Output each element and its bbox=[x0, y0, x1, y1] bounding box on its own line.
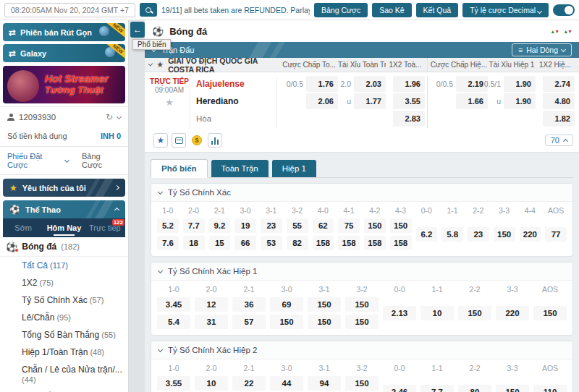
score-odds-away[interactable]: 150 bbox=[270, 315, 303, 329]
score-odds-away[interactable]: 7.6 bbox=[157, 236, 179, 250]
odds-price[interactable]: 2.83 bbox=[393, 111, 425, 127]
score-odds-away[interactable]: 82 bbox=[287, 236, 308, 250]
theme-toggle[interactable] bbox=[553, 4, 575, 16]
score-odds-away[interactable]: 158 bbox=[390, 236, 412, 250]
score-odds-draw[interactable]: 220 bbox=[496, 306, 529, 320]
stats-button[interactable] bbox=[208, 133, 222, 148]
score-odds-away[interactable]: 31 bbox=[195, 315, 228, 329]
score-odds-draw[interactable]: 150 bbox=[533, 306, 567, 320]
sidebar-market-item[interactable]: Tổng Số Bàn Thắng (55) bbox=[0, 326, 128, 344]
refresh-icon[interactable]: ↻ bbox=[106, 112, 113, 122]
away-team[interactable]: Herediano bbox=[196, 93, 276, 109]
tab-phổ-biến[interactable]: Phổ biến bbox=[151, 159, 208, 178]
score-odds-home[interactable]: 150 bbox=[390, 218, 412, 233]
score-odds-home[interactable]: 150 bbox=[345, 297, 379, 312]
promo-banner[interactable]: Hot Streamer Tường Thuật bbox=[3, 66, 125, 103]
odds-price[interactable]: 1.96 bbox=[393, 76, 425, 92]
score-odds-draw[interactable]: 7.7 bbox=[420, 385, 454, 392]
odds-price[interactable]: 3.55 bbox=[393, 93, 425, 109]
topbar-button-sao-kê[interactable]: Sao Kê bbox=[372, 3, 411, 17]
score-odds-away[interactable]: 53 bbox=[261, 236, 282, 250]
score-odds-away[interactable]: 5.4 bbox=[157, 315, 190, 329]
chevron-down-icon[interactable] bbox=[148, 61, 153, 67]
sidebar-market-item[interactable]: Tất Cả (117) bbox=[0, 257, 128, 274]
score-odds-draw[interactable]: 10 bbox=[420, 306, 454, 320]
search-button[interactable] bbox=[140, 3, 157, 17]
favorites-bar[interactable]: ★ Yêu thích của tôi bbox=[3, 179, 125, 197]
score-section-header[interactable]: Tỷ Số Chính Xác Hiệp 1 bbox=[151, 263, 572, 281]
odds-price[interactable]: 1.90 bbox=[504, 93, 536, 109]
odds-format-select[interactable]: Tỷ lệ cược Decimal bbox=[462, 3, 549, 17]
score-odds-home[interactable]: 7.7 bbox=[183, 218, 205, 233]
score-odds-away[interactable]: 66 bbox=[234, 236, 256, 250]
score-odds-home[interactable]: 150 bbox=[345, 376, 379, 391]
odds-price[interactable]: 2.19 bbox=[456, 76, 488, 92]
sidebar-market-item[interactable]: Lẻ/Chẵn (95) bbox=[0, 309, 128, 326]
more-markets-button[interactable]: 70 bbox=[545, 135, 573, 146]
back-button[interactable]: ← bbox=[130, 22, 145, 38]
odds-price[interactable]: 1.76 bbox=[306, 76, 338, 92]
view-mode-select[interactable]: ≡ Hai Dòng bbox=[512, 43, 572, 56]
topbar-button-bảng-cược[interactable]: Bảng Cược bbox=[314, 3, 368, 17]
score-section-header[interactable]: Tỷ Số Chính Xác Hiệp 2 bbox=[151, 341, 572, 359]
sidebar-market-item[interactable]: Bàn thắng Đầu/ Cuối (44) bbox=[0, 388, 128, 392]
subtab-hôm-nay[interactable]: Hôm Nay bbox=[43, 218, 84, 237]
score-odds-away[interactable]: 158 bbox=[364, 236, 386, 250]
score-odds-away[interactable]: 15 bbox=[209, 236, 231, 250]
compact-version-button[interactable]: ⇄ Phiên bản Rút Gọn NEW bbox=[3, 23, 125, 41]
score-odds-draw[interactable]: 23 bbox=[468, 227, 489, 242]
tab-toàn-trận[interactable]: Toàn Trận bbox=[211, 160, 269, 177]
score-odds-draw[interactable]: 2.46 bbox=[383, 385, 416, 392]
tab-bet-slip[interactable]: Phiếu Đặt Cược bbox=[7, 152, 69, 169]
score-odds-home[interactable]: 5.2 bbox=[157, 218, 179, 233]
score-odds-away[interactable]: 150 bbox=[345, 315, 379, 329]
score-odds-home[interactable]: 150 bbox=[308, 297, 341, 312]
home-team[interactable]: Alajuelense bbox=[196, 76, 276, 92]
score-odds-draw[interactable]: 220 bbox=[520, 227, 541, 242]
score-odds-home[interactable]: 10 bbox=[195, 376, 228, 391]
odds-price[interactable]: 1.66 bbox=[456, 93, 488, 109]
score-odds-away[interactable]: 18 bbox=[183, 236, 205, 250]
score-odds-home[interactable]: 75 bbox=[338, 218, 360, 233]
score-odds-home[interactable]: 9.2 bbox=[209, 218, 231, 233]
chevron-down-icon[interactable] bbox=[117, 114, 122, 119]
score-odds-home[interactable]: 3.55 bbox=[157, 376, 190, 391]
score-odds-draw[interactable]: 80 bbox=[458, 385, 491, 392]
favorite-star-icon[interactable]: ★ bbox=[149, 97, 190, 108]
odds-sort-icon[interactable]: ▲▼ bbox=[563, 29, 572, 34]
score-odds-away[interactable]: 158 bbox=[313, 236, 334, 250]
score-odds-draw[interactable]: 5.8 bbox=[441, 227, 463, 242]
score-odds-draw[interactable]: 150 bbox=[496, 385, 529, 392]
score-odds-home[interactable]: 23 bbox=[261, 218, 282, 233]
boost-button[interactable]: $ bbox=[190, 133, 204, 148]
sidebar-market-item[interactable]: Tỷ Số Chính Xác (57) bbox=[0, 291, 128, 309]
score-odds-home[interactable]: 150 bbox=[364, 218, 386, 233]
cashout-button[interactable] bbox=[172, 133, 186, 148]
odds-sort-icon[interactable]: ▲▼ bbox=[550, 29, 559, 34]
odds-price[interactable]: 1.90 bbox=[504, 76, 536, 92]
score-odds-home[interactable]: 55 bbox=[287, 218, 308, 233]
score-odds-home[interactable]: 19 bbox=[234, 218, 256, 233]
favorite-button[interactable]: ★ bbox=[153, 133, 168, 148]
score-odds-home[interactable]: 3.45 bbox=[157, 297, 190, 312]
sidebar-item-football[interactable]: ⚽ Bóng đá (182) bbox=[0, 237, 128, 257]
sports-header-bar[interactable]: ⚽ Thể Thao bbox=[3, 200, 125, 218]
score-odds-home[interactable]: 36 bbox=[232, 297, 266, 312]
score-odds-draw[interactable]: 77 bbox=[545, 227, 567, 242]
score-odds-home[interactable]: 69 bbox=[270, 297, 303, 312]
score-odds-away[interactable]: 57 bbox=[232, 315, 266, 329]
subtab-sớm[interactable]: Sớm bbox=[3, 218, 43, 237]
tab-bet-list[interactable]: Bảng Cược bbox=[82, 152, 121, 169]
score-odds-draw[interactable]: 110 bbox=[533, 385, 567, 392]
score-odds-away[interactable]: 150 bbox=[308, 315, 341, 329]
score-odds-draw[interactable]: 150 bbox=[494, 227, 515, 242]
user-account-row[interactable]: 12093930 ↻ bbox=[0, 106, 128, 127]
sidebar-market-item[interactable]: 1X2 (75) bbox=[0, 274, 128, 291]
score-odds-draw[interactable]: 6.2 bbox=[416, 227, 438, 242]
odds-price[interactable]: 2.03 bbox=[354, 76, 386, 92]
score-odds-home[interactable]: 12 bbox=[195, 297, 228, 312]
score-odds-away[interactable]: 158 bbox=[338, 236, 360, 250]
odds-price[interactable]: 2.74 bbox=[543, 76, 575, 92]
odds-price[interactable]: 4.80 bbox=[543, 93, 575, 109]
topbar-button-kết-quả[interactable]: Kết Quả bbox=[416, 3, 459, 17]
